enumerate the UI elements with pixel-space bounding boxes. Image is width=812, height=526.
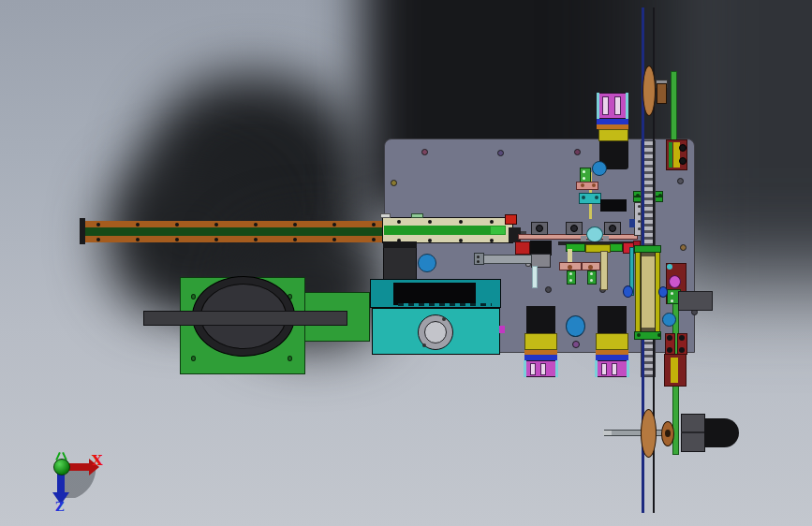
x-axis-label: X <box>92 452 103 469</box>
plate-screw[interactable] <box>421 149 428 155</box>
rail-tab-green <box>411 213 423 218</box>
rail-end-cap-left <box>80 218 85 244</box>
model-shadow-blob <box>140 75 365 309</box>
plate-port-blue[interactable] <box>662 313 676 327</box>
roller-cap-green[interactable] <box>634 245 661 253</box>
connector-slot <box>602 96 609 115</box>
guide-screw <box>679 335 685 341</box>
plate-screw[interactable] <box>574 149 581 155</box>
bracket-strip-yellow <box>671 358 678 383</box>
pulley-top[interactable] <box>642 66 656 116</box>
finger-dot <box>590 279 593 282</box>
pulley-top-hub[interactable] <box>657 83 667 104</box>
plate-port-blue[interactable] <box>418 254 436 272</box>
rail-screw <box>490 220 494 224</box>
rail-screw <box>175 238 179 241</box>
bearing-bore <box>570 225 578 232</box>
guide-screw <box>667 335 672 341</box>
z-axis-label: Z <box>55 500 65 514</box>
bracket-screw <box>679 157 687 165</box>
plate-port-blue[interactable] <box>592 161 607 176</box>
stack-br-body[interactable] <box>596 333 628 350</box>
bracket-magenta-roller[interactable] <box>669 275 681 288</box>
plate-screw[interactable] <box>677 178 684 184</box>
pad-screw <box>568 265 572 270</box>
rail-screw <box>459 220 463 224</box>
fixture-hole <box>191 356 196 361</box>
fixture-hole <box>288 356 292 361</box>
guide-screw <box>679 347 685 353</box>
bracket-green-dot <box>671 292 673 295</box>
rail-screw <box>428 220 432 224</box>
bracket-screw <box>679 144 687 152</box>
tension-bar-green-top[interactable] <box>671 71 677 143</box>
slide-bar[interactable] <box>143 311 347 326</box>
stack-bl-motor[interactable] <box>526 306 555 333</box>
rail-screw <box>397 220 401 224</box>
rail-screw <box>490 239 494 242</box>
upper-black-box[interactable] <box>600 199 627 212</box>
connector-slot <box>530 363 536 375</box>
finger-dot <box>590 272 593 275</box>
roller-axle-blue[interactable] <box>658 286 668 298</box>
x-axis-arrow <box>67 463 89 471</box>
stack-top-body[interactable] <box>598 129 628 141</box>
connector-edge <box>627 360 629 377</box>
stack-br-motor[interactable] <box>598 306 627 333</box>
hub-center-dot <box>665 430 671 437</box>
support-arm-gray[interactable] <box>678 291 713 311</box>
upper-cyan-dot <box>595 196 598 199</box>
fixture-hole <box>191 294 196 300</box>
pad-screw <box>588 265 593 270</box>
plate-screw[interactable] <box>572 341 580 348</box>
rail-channel-end <box>491 226 505 234</box>
connector-slot <box>601 363 607 375</box>
clamp-green[interactable] <box>610 243 623 252</box>
roller-drum[interactable] <box>641 251 656 334</box>
stack-bl-body[interactable] <box>524 333 557 350</box>
rail-red-cap[interactable] <box>505 214 517 225</box>
bracket-dot <box>636 194 640 197</box>
bracket-cyan-dot <box>667 264 672 270</box>
drive-shaft-tip <box>603 431 612 435</box>
rail-screw <box>214 223 218 226</box>
plate-screw[interactable] <box>497 150 504 156</box>
upper-pink-dot <box>581 183 584 187</box>
piston-head-screw <box>477 256 480 258</box>
rail-strip-top <box>81 221 384 227</box>
stop-block-red[interactable] <box>515 241 530 255</box>
rail-screw <box>428 239 432 242</box>
rail-screw <box>175 223 179 226</box>
drive-motor[interactable] <box>704 418 739 447</box>
cam-follower[interactable] <box>586 226 603 242</box>
pulley-bottom[interactable] <box>641 409 657 458</box>
piston-head-screw <box>477 260 480 263</box>
upper-pink-dot <box>592 183 596 187</box>
rail-screw <box>332 238 336 241</box>
bracket-dot <box>658 194 662 197</box>
roller-cap-dot <box>637 333 641 337</box>
piston-rod[interactable] <box>476 255 532 264</box>
ring-screw <box>442 317 446 321</box>
upper-green-block[interactable] <box>580 168 591 183</box>
plate-screw[interactable] <box>680 244 687 251</box>
pneumatic-window <box>393 283 476 305</box>
finger-dot <box>569 272 572 275</box>
connector-edge <box>597 93 599 119</box>
roller-axle-blue[interactable] <box>623 285 633 298</box>
bracket-green-dot <box>671 300 673 302</box>
rail-screw <box>332 223 336 226</box>
guide-strip-tan <box>600 251 608 290</box>
strip-lightcyan <box>532 266 538 288</box>
rail-screw <box>372 223 376 226</box>
rail-screw <box>136 223 140 226</box>
plate-port-blue[interactable] <box>566 315 585 337</box>
plate-screw[interactable] <box>545 286 552 293</box>
plate-screw[interactable] <box>391 180 397 186</box>
rail-screw <box>136 238 140 241</box>
pneumatic-ticks <box>398 303 492 306</box>
pneumatic-nub <box>499 326 505 333</box>
upper-green-dot <box>583 170 585 173</box>
rail-screw <box>372 238 376 241</box>
cad-viewport[interactable]: X Z <box>0 0 812 526</box>
